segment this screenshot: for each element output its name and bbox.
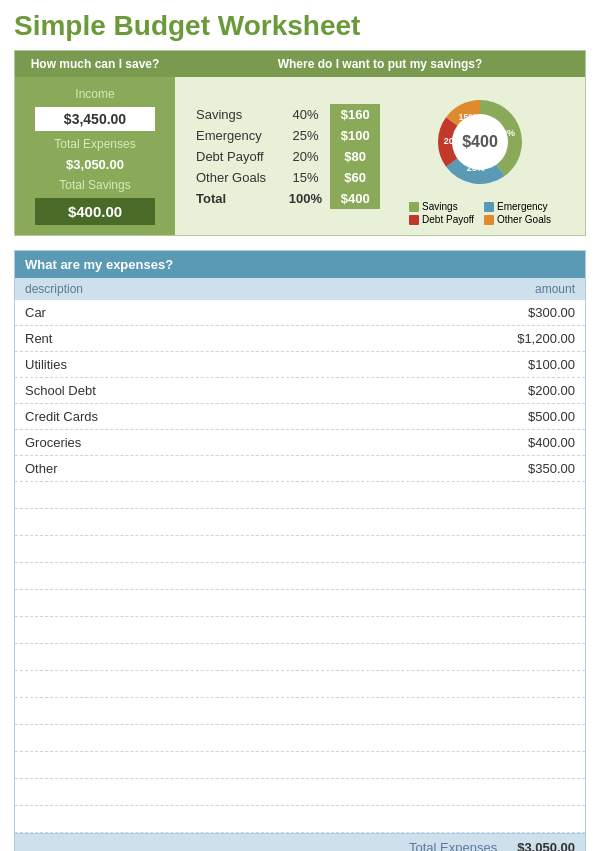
table-row-empty: .. bbox=[15, 725, 585, 752]
savings-row-amount: $60 bbox=[330, 167, 380, 188]
table-row-empty: .. bbox=[15, 752, 585, 779]
donut-center-label: $400 bbox=[462, 133, 498, 151]
expense-desc-empty: . bbox=[25, 730, 29, 746]
expense-amt-empty: . bbox=[571, 757, 575, 773]
col-desc: description bbox=[25, 282, 83, 296]
right-header: Where do I want to put my savings? bbox=[175, 51, 585, 77]
legend-item-debt-payoff: Debt Payoff bbox=[409, 214, 476, 225]
expense-amt: $350.00 bbox=[528, 461, 575, 476]
expense-amt-empty: . bbox=[571, 487, 575, 503]
legend-label: Debt Payoff bbox=[422, 214, 474, 225]
expense-amt: $500.00 bbox=[528, 409, 575, 424]
table-row: Rent$1,200.00 bbox=[15, 326, 585, 352]
expense-desc-empty: . bbox=[25, 676, 29, 692]
expense-amt-empty: . bbox=[571, 676, 575, 692]
total-savings-label: Total Savings bbox=[59, 178, 130, 192]
table-row: Groceries$400.00 bbox=[15, 430, 585, 456]
table-row: Car$300.00 bbox=[15, 300, 585, 326]
table-row-empty: .. bbox=[15, 671, 585, 698]
table-row-empty: .. bbox=[15, 536, 585, 563]
income-input[interactable] bbox=[35, 107, 155, 131]
table-row-empty: .. bbox=[15, 698, 585, 725]
savings-row-pct: 15% bbox=[281, 167, 331, 188]
legend-item-emergency: Emergency bbox=[484, 201, 551, 212]
table-row-empty: .. bbox=[15, 644, 585, 671]
savings-row-pct: 100% bbox=[281, 188, 331, 209]
right-panel: Savings 40% $160 Emergency 25% $100 Debt… bbox=[175, 77, 585, 235]
expense-amt-empty: . bbox=[571, 703, 575, 719]
savings-row-name: Debt Payoff bbox=[190, 146, 281, 167]
expense-rows: Car$300.00Rent$1,200.00Utilities$100.00S… bbox=[15, 300, 585, 833]
footer-value: $3,050.00 bbox=[517, 840, 575, 851]
expense-amt: $200.00 bbox=[528, 383, 575, 398]
savings-row-name: Total bbox=[190, 188, 281, 209]
savings-row-amount: $100 bbox=[330, 125, 380, 146]
expenses-section: What are my expenses? description amount… bbox=[14, 250, 586, 851]
expense-desc-empty: . bbox=[25, 757, 29, 773]
table-row: Credit Cards$500.00 bbox=[15, 404, 585, 430]
savings-row-name: Emergency bbox=[190, 125, 281, 146]
savings-allocation-table: Savings 40% $160 Emergency 25% $100 Debt… bbox=[190, 104, 380, 209]
table-row: Other$350.00 bbox=[15, 456, 585, 482]
expense-desc-empty: . bbox=[25, 514, 29, 530]
expense-amt-empty: . bbox=[571, 622, 575, 638]
expense-desc: Groceries bbox=[25, 435, 81, 450]
legend-item-savings: Savings bbox=[409, 201, 476, 212]
expense-desc-empty: . bbox=[25, 811, 29, 827]
legend-dot bbox=[409, 202, 419, 212]
table-row-empty: .. bbox=[15, 509, 585, 536]
legend-item-other-goals: Other Goals bbox=[484, 214, 551, 225]
table-row-empty: .. bbox=[15, 806, 585, 833]
legend-label: Savings bbox=[422, 201, 458, 212]
table-row-empty: .. bbox=[15, 590, 585, 617]
expense-amt: $100.00 bbox=[528, 357, 575, 372]
table-row: School Debt$200.00 bbox=[15, 378, 585, 404]
expense-desc-empty: . bbox=[25, 541, 29, 557]
expenses-col-header: description amount bbox=[15, 278, 585, 300]
table-row-empty: .. bbox=[15, 563, 585, 590]
legend-dot bbox=[409, 215, 419, 225]
expense-desc: Car bbox=[25, 305, 46, 320]
top-section: How much can I save? Where do I want to … bbox=[14, 50, 586, 236]
savings-row-pct: 40% bbox=[281, 104, 331, 125]
expense-amt-empty: . bbox=[571, 784, 575, 800]
donut-chart: 40%25%20%15% $400 bbox=[425, 87, 535, 197]
expense-desc-empty: . bbox=[25, 649, 29, 665]
expense-amt-empty: . bbox=[571, 514, 575, 530]
col-amt: amount bbox=[535, 282, 575, 296]
left-header: How much can I save? bbox=[15, 51, 175, 77]
left-panel: Income Total Expenses $3,050.00 Total Sa… bbox=[15, 77, 175, 235]
legend-label: Other Goals bbox=[497, 214, 551, 225]
total-expenses-value: $3,050.00 bbox=[66, 157, 124, 172]
savings-row-name: Other Goals bbox=[190, 167, 281, 188]
expense-desc: Credit Cards bbox=[25, 409, 98, 424]
expenses-header: What are my expenses? bbox=[15, 251, 585, 278]
savings-row-amount: $160 bbox=[330, 104, 380, 125]
expense-desc: School Debt bbox=[25, 383, 96, 398]
page-title: Simple Budget Worksheet bbox=[14, 10, 586, 42]
expenses-footer: Total Expenses $3,050.00 bbox=[15, 833, 585, 851]
expense-desc-empty: . bbox=[25, 622, 29, 638]
savings-row-pct: 20% bbox=[281, 146, 331, 167]
expense-amt-empty: . bbox=[571, 649, 575, 665]
savings-row-amount: $80 bbox=[330, 146, 380, 167]
chart-area: 40%25%20%15% $400 SavingsEmergencyDebt P… bbox=[390, 87, 570, 225]
table-row-empty: .. bbox=[15, 482, 585, 509]
total-savings-value: $400.00 bbox=[35, 198, 155, 225]
expense-amt-empty: . bbox=[571, 568, 575, 584]
expense-amt-empty: . bbox=[571, 541, 575, 557]
expense-amt: $1,200.00 bbox=[517, 331, 575, 346]
table-row-empty: .. bbox=[15, 617, 585, 644]
expense-desc-empty: . bbox=[25, 568, 29, 584]
expense-amt: $400.00 bbox=[528, 435, 575, 450]
expense-desc-empty: . bbox=[25, 487, 29, 503]
savings-row-pct: 25% bbox=[281, 125, 331, 146]
expense-desc: Other bbox=[25, 461, 58, 476]
footer-label: Total Expenses bbox=[409, 840, 497, 851]
expense-amt-empty: . bbox=[571, 730, 575, 746]
total-expenses-label: Total Expenses bbox=[54, 137, 135, 151]
savings-row-name: Savings bbox=[190, 104, 281, 125]
savings-row-amount: $400 bbox=[330, 188, 380, 209]
expense-amt-empty: . bbox=[571, 811, 575, 827]
table-row: Utilities$100.00 bbox=[15, 352, 585, 378]
